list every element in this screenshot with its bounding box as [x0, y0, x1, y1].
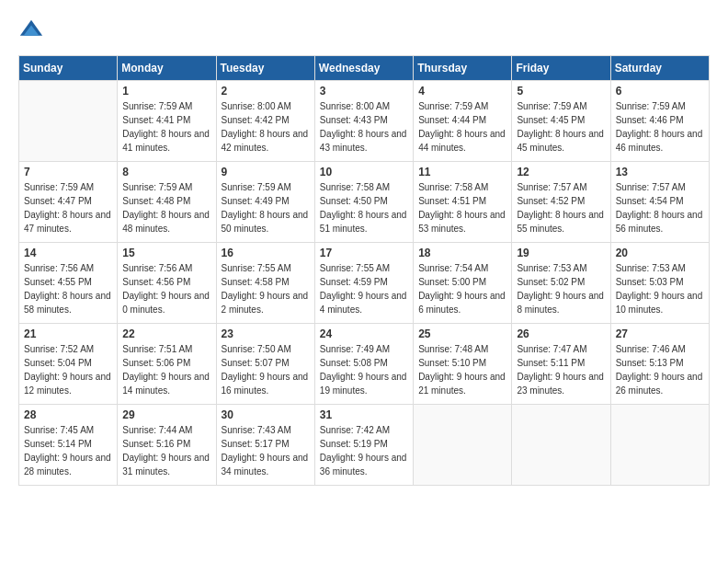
day-number: 10 — [320, 166, 408, 178]
calendar-cell: 3 Sunrise: 8:00 AM Sunset: 4:43 PM Dayli… — [314, 81, 413, 162]
calendar-cell: 18 Sunrise: 7:54 AM Sunset: 5:00 PM Dayl… — [414, 243, 512, 324]
sunset-label: Sunset: 4:42 PM — [222, 115, 290, 125]
day-info: Sunrise: 7:53 AM Sunset: 5:03 PM Dayligh… — [616, 261, 704, 316]
calendar-cell: 21 Sunrise: 7:52 AM Sunset: 5:04 PM Dayl… — [19, 324, 118, 405]
sunrise-label: Sunrise: 7:53 AM — [517, 263, 586, 273]
sunrise-label: Sunrise: 7:57 AM — [517, 182, 586, 192]
sunset-label: Sunset: 5:04 PM — [24, 358, 92, 368]
sunrise-label: Sunrise: 7:59 AM — [517, 101, 586, 111]
daylight-label: Daylight: 8 hours and 44 minutes. — [418, 129, 506, 153]
calendar-cell: 30 Sunrise: 7:43 AM Sunset: 5:17 PM Dayl… — [216, 405, 314, 486]
sunset-label: Sunset: 4:55 PM — [24, 277, 92, 287]
day-info: Sunrise: 7:59 AM Sunset: 4:47 PM Dayligh… — [24, 180, 112, 236]
calendar-cell — [19, 81, 118, 162]
calendar-cell: 16 Sunrise: 7:55 AM Sunset: 4:58 PM Dayl… — [216, 243, 314, 324]
weekday-header-monday: Monday — [118, 56, 216, 81]
daylight-label: Daylight: 9 hours and 34 minutes. — [222, 453, 309, 477]
sunset-label: Sunset: 5:03 PM — [616, 277, 684, 287]
daylight-label: Daylight: 9 hours and 19 minutes. — [320, 372, 407, 396]
daylight-label: Daylight: 8 hours and 45 minutes. — [517, 129, 604, 153]
sunset-label: Sunset: 5:16 PM — [122, 439, 190, 449]
day-number: 30 — [222, 408, 310, 421]
sunrise-label: Sunrise: 7:49 AM — [320, 344, 390, 354]
sunrise-label: Sunrise: 7:59 AM — [122, 182, 192, 192]
calendar-cell: 9 Sunrise: 7:59 AM Sunset: 4:49 PM Dayli… — [216, 162, 314, 243]
sunset-label: Sunset: 5:11 PM — [517, 358, 585, 368]
sunrise-label: Sunrise: 7:55 AM — [320, 263, 390, 273]
calendar-cell: 20 Sunrise: 7:53 AM Sunset: 5:03 PM Dayl… — [610, 243, 709, 324]
sunset-label: Sunset: 4:59 PM — [320, 277, 388, 287]
calendar-cell: 11 Sunrise: 7:58 AM Sunset: 4:51 PM Dayl… — [414, 162, 512, 243]
daylight-label: Daylight: 9 hours and 6 minutes. — [418, 291, 506, 315]
sunrise-label: Sunrise: 8:00 AM — [222, 101, 291, 111]
calendar-cell: 27 Sunrise: 7:46 AM Sunset: 5:13 PM Dayl… — [610, 324, 709, 405]
sunset-label: Sunset: 4:49 PM — [222, 196, 290, 206]
day-info: Sunrise: 7:58 AM Sunset: 4:51 PM Dayligh… — [418, 180, 506, 236]
calendar-table: SundayMondayTuesdayWednesdayThursdayFrid… — [18, 55, 710, 486]
sunset-label: Sunset: 5:02 PM — [517, 277, 585, 287]
sunrise-label: Sunrise: 7:59 AM — [418, 101, 488, 111]
sunrise-label: Sunrise: 7:56 AM — [24, 263, 94, 273]
daylight-label: Daylight: 9 hours and 26 minutes. — [616, 372, 703, 396]
day-number: 21 — [24, 327, 112, 340]
calendar-cell — [414, 405, 512, 486]
day-number: 19 — [517, 247, 605, 259]
calendar-cell: 7 Sunrise: 7:59 AM Sunset: 4:47 PM Dayli… — [19, 162, 118, 243]
day-number: 25 — [418, 327, 506, 340]
weekday-header-saturday: Saturday — [610, 56, 709, 81]
sunset-label: Sunset: 4:44 PM — [418, 115, 486, 125]
sunset-label: Sunset: 4:58 PM — [222, 277, 290, 287]
weekday-header-thursday: Thursday — [414, 56, 512, 81]
header — [18, 18, 710, 44]
sunrise-label: Sunrise: 7:58 AM — [320, 182, 390, 192]
day-info: Sunrise: 7:45 AM Sunset: 5:14 PM Dayligh… — [24, 423, 112, 478]
sunset-label: Sunset: 4:46 PM — [616, 115, 684, 125]
day-info: Sunrise: 7:42 AM Sunset: 5:19 PM Dayligh… — [320, 423, 408, 478]
weekday-header-friday: Friday — [512, 56, 610, 81]
day-number: 9 — [222, 166, 310, 178]
weekday-header-row: SundayMondayTuesdayWednesdayThursdayFrid… — [19, 56, 710, 81]
daylight-label: Daylight: 8 hours and 42 minutes. — [222, 129, 309, 153]
calendar-cell: 29 Sunrise: 7:44 AM Sunset: 5:16 PM Dayl… — [118, 405, 216, 486]
weekday-header-sunday: Sunday — [19, 56, 118, 81]
sunrise-label: Sunrise: 7:53 AM — [616, 263, 686, 273]
calendar-cell: 2 Sunrise: 8:00 AM Sunset: 4:42 PM Dayli… — [216, 81, 314, 162]
daylight-label: Daylight: 8 hours and 46 minutes. — [616, 129, 703, 153]
sunset-label: Sunset: 4:43 PM — [320, 115, 388, 125]
sunset-label: Sunset: 4:45 PM — [517, 115, 585, 125]
daylight-label: Daylight: 9 hours and 12 minutes. — [24, 372, 111, 396]
daylight-label: Daylight: 9 hours and 31 minutes. — [122, 453, 210, 477]
day-info: Sunrise: 7:43 AM Sunset: 5:17 PM Dayligh… — [222, 423, 310, 478]
weekday-header-tuesday: Tuesday — [216, 56, 314, 81]
calendar-cell: 25 Sunrise: 7:48 AM Sunset: 5:10 PM Dayl… — [414, 324, 512, 405]
sunset-label: Sunset: 4:54 PM — [616, 196, 684, 206]
daylight-label: Daylight: 9 hours and 4 minutes. — [320, 291, 407, 315]
daylight-label: Daylight: 9 hours and 28 minutes. — [24, 453, 111, 477]
day-info: Sunrise: 7:48 AM Sunset: 5:10 PM Dayligh… — [418, 342, 506, 397]
sunrise-label: Sunrise: 7:56 AM — [122, 263, 192, 273]
daylight-label: Daylight: 8 hours and 55 minutes. — [517, 210, 604, 234]
daylight-label: Daylight: 9 hours and 16 minutes. — [222, 372, 309, 396]
day-number: 24 — [320, 327, 408, 340]
calendar-cell: 17 Sunrise: 7:55 AM Sunset: 4:59 PM Dayl… — [314, 243, 413, 324]
sunrise-label: Sunrise: 7:52 AM — [24, 344, 94, 354]
sunset-label: Sunset: 5:19 PM — [320, 439, 388, 449]
week-row-1: 1 Sunrise: 7:59 AM Sunset: 4:41 PM Dayli… — [19, 81, 710, 162]
day-number: 11 — [418, 166, 506, 178]
sunset-label: Sunset: 5:13 PM — [616, 358, 684, 368]
sunset-label: Sunset: 5:14 PM — [24, 439, 92, 449]
sunrise-label: Sunrise: 7:43 AM — [222, 425, 291, 435]
day-info: Sunrise: 7:58 AM Sunset: 4:50 PM Dayligh… — [320, 180, 408, 236]
daylight-label: Daylight: 8 hours and 43 minutes. — [320, 129, 407, 153]
day-info: Sunrise: 7:59 AM Sunset: 4:41 PM Dayligh… — [122, 99, 210, 155]
day-info: Sunrise: 7:44 AM Sunset: 5:16 PM Dayligh… — [122, 423, 210, 478]
day-info: Sunrise: 7:56 AM Sunset: 4:55 PM Dayligh… — [24, 261, 112, 316]
sunrise-label: Sunrise: 7:48 AM — [418, 344, 488, 354]
day-info: Sunrise: 7:59 AM Sunset: 4:46 PM Dayligh… — [616, 99, 704, 155]
calendar-cell: 10 Sunrise: 7:58 AM Sunset: 4:50 PM Dayl… — [314, 162, 413, 243]
day-number: 20 — [616, 247, 704, 259]
daylight-label: Daylight: 9 hours and 21 minutes. — [418, 372, 506, 396]
day-number: 6 — [616, 85, 704, 98]
sunset-label: Sunset: 5:08 PM — [320, 358, 388, 368]
daylight-label: Daylight: 9 hours and 8 minutes. — [517, 291, 604, 315]
